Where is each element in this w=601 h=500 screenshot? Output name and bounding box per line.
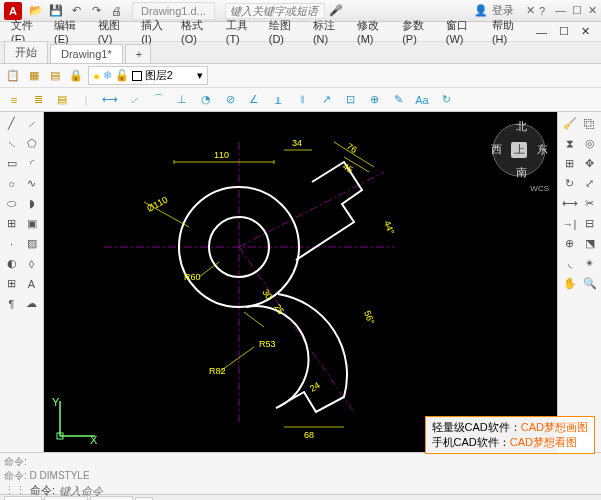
tab-layout1[interactable]: 布局1 [44,496,88,501]
layer-prop-icon[interactable]: 📋 [4,67,22,85]
tab-start[interactable]: 开始 [4,41,48,63]
dim-phi110: Ø110 [145,195,169,214]
rotate-icon[interactable]: ↻ [560,174,579,193]
hatch-icon[interactable]: ▨ [22,234,41,253]
scale-icon[interactable]: ⤢ [580,174,599,193]
erase-icon[interactable]: 🧹 [560,114,579,133]
layer-selector[interactable]: ● ❄ 🔓 图层2 ▾ [88,66,208,85]
xline-icon[interactable]: ⟋ [22,114,41,133]
dim-diameter-icon[interactable]: ⊘ [220,90,240,110]
dim-arc-icon[interactable]: ⌒ [148,90,168,110]
insert-icon[interactable]: ⊞ [2,214,21,233]
menu-format[interactable]: 格式(O) [176,16,219,47]
explode-icon[interactable]: ✴ [580,254,599,273]
point-icon[interactable]: · [2,234,21,253]
maximize-icon[interactable]: ☐ [572,4,582,17]
table-icon[interactable]: ⊞ [2,274,21,293]
help-icon[interactable]: ? [539,5,545,17]
tab-layout2[interactable]: 布局2 [90,496,134,501]
main-area: ╱⟋ ⟍⬠ ▭◜ ○∿ ⬭◗ ⊞▣ ·▨ ◐◊ ⊞A ¶☁ [0,112,601,452]
layer-iso-icon[interactable]: ▤ [46,67,64,85]
menu-help[interactable]: 帮助(H) [487,16,529,47]
mirror-icon[interactable]: ⧗ [560,134,579,153]
mtext-icon[interactable]: ¶ [2,294,21,313]
join-icon[interactable]: ⊕ [560,234,579,253]
break-icon[interactable]: ⊟ [580,214,599,233]
dim-linear-icon[interactable]: ⟷ [100,90,120,110]
layers-icon[interactable]: ≡ [4,90,24,110]
dim-edit-icon[interactable]: ✎ [388,90,408,110]
menu-bar: 文件(F) 编辑(E) 视图(V) 插入(I) 格式(O) 工具(T) 绘图(D… [0,22,601,42]
svg-line-2 [239,172,384,247]
spline-icon[interactable]: ∿ [22,174,41,193]
left-toolbar: ╱⟋ ⟍⬠ ▭◜ ○∿ ⬭◗ ⊞▣ ·▨ ◐◊ ⊞A ¶☁ [0,112,44,452]
offset-icon[interactable]: ◎ [580,134,599,153]
tab-drawing1[interactable]: Drawing1* [50,44,123,63]
pline-icon[interactable]: ⟍ [2,134,21,153]
ellipse-arc-icon[interactable]: ◗ [22,194,41,213]
dim-baseline-icon[interactable]: ⫫ [268,90,288,110]
circle-icon[interactable]: ○ [2,174,21,193]
tab-new[interactable]: + [125,44,151,63]
view-cube[interactable]: 北 南 东 西 上 WCS [489,120,549,180]
dim-tol-icon[interactable]: ⊡ [340,90,360,110]
menu-insert[interactable]: 插入(I) [136,16,174,47]
zoom-icon[interactable]: 🔍 [580,274,599,293]
inner-min-icon[interactable]: — [531,24,552,40]
menu-param[interactable]: 参数(P) [397,16,439,47]
minimize-icon[interactable]: — [555,4,566,17]
arc-icon[interactable]: ◜ [22,154,41,173]
polygon-icon[interactable]: ⬠ [22,134,41,153]
extend-icon[interactable]: →| [560,214,579,233]
menu-view[interactable]: 视图(V) [93,16,135,47]
close-icon[interactable]: ✕ [588,4,597,17]
dim-30: 30 [260,287,274,301]
ellipse-icon[interactable]: ⬭ [2,194,21,213]
menu-modify[interactable]: 修改(M) [352,16,395,47]
dim-update-icon[interactable]: ↻ [436,90,456,110]
inner-restore-icon[interactable]: ☐ [554,23,574,40]
gradient-icon[interactable]: ◐ [2,254,21,273]
trim-icon[interactable]: ✂ [580,194,599,213]
dim-ord-icon[interactable]: ⊥ [172,90,192,110]
menu-dim[interactable]: 标注(N) [308,16,350,47]
layers3-icon[interactable]: ▤ [52,90,72,110]
pan-icon[interactable]: ✋ [560,274,579,293]
text-icon[interactable]: A [22,274,41,293]
menu-tools[interactable]: 工具(T) [221,16,262,47]
layers2-icon[interactable]: ≣ [28,90,48,110]
dim-angular-icon[interactable]: ∠ [244,90,264,110]
dim-center-icon[interactable]: ⊕ [364,90,384,110]
dim-style-icon[interactable]: Aa [412,90,432,110]
copy-icon[interactable]: ⿻ [580,114,599,133]
dim-leader-icon[interactable]: ↗ [316,90,336,110]
inner-close-icon[interactable]: ✕ [576,23,595,40]
layer-color-swatch [132,71,142,81]
command-input[interactable] [59,485,597,497]
dim-aligned-icon[interactable]: ⟋ [124,90,144,110]
drawing-canvas[interactable]: 110 34 76 45 44° Ø110 R60 30 25 56° R53 … [44,112,557,452]
cmd-hist1: 命令: [4,455,597,469]
line-icon[interactable]: ╱ [2,114,21,133]
menu-window[interactable]: 窗口(W) [441,16,485,47]
menu-edit[interactable]: 编辑(E) [49,16,91,47]
ucs-icon: X Y [50,396,100,446]
rect-icon[interactable]: ▭ [2,154,21,173]
revcloud-icon[interactable]: ☁ [22,294,41,313]
fillet-icon[interactable]: ◟ [560,254,579,273]
layer-state-icon[interactable]: ▦ [25,67,43,85]
array-icon[interactable]: ⊞ [560,154,579,173]
move-icon[interactable]: ✥ [580,154,599,173]
region-icon[interactable]: ◊ [22,254,41,273]
menu-draw[interactable]: 绘图(D) [264,16,306,47]
dim-continue-icon[interactable]: ⫴ [292,90,312,110]
stretch-icon[interactable]: ⟷ [560,194,579,213]
dim-radius-icon[interactable]: ◔ [196,90,216,110]
dim-34: 34 [292,138,302,148]
layer-lock-icon[interactable]: 🔒 [67,67,85,85]
dim-44deg: 44° [382,219,396,236]
dim-r82: R82 [209,366,226,376]
block-icon[interactable]: ▣ [22,214,41,233]
tab-model[interactable]: 模型 [4,496,42,501]
chamfer-icon[interactable]: ⬔ [580,234,599,253]
